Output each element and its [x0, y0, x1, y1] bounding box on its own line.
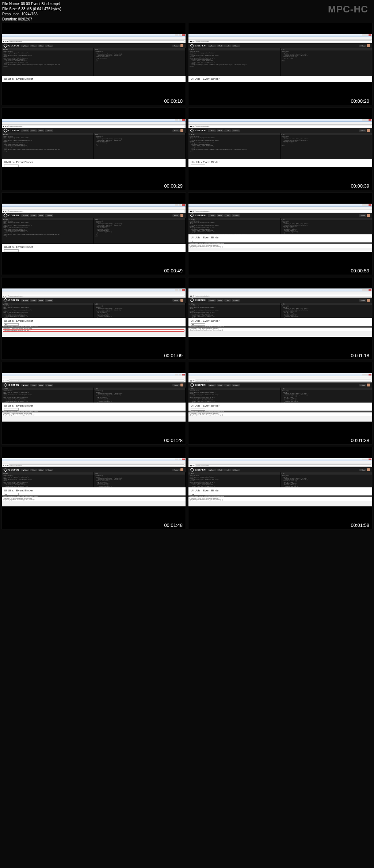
- reload-icon[interactable]: ⟳: [7, 465, 8, 467]
- reload-icon[interactable]: ⟳: [193, 295, 194, 297]
- info-button[interactable]: ℹ Info: [38, 129, 44, 132]
- browser-tabs[interactable]: [188, 376, 372, 379]
- close-button[interactable]: [182, 458, 185, 460]
- video-thumbnail[interactable]: ◀ ▶ ⟳ codepen.io/simpulton/pen/... C DEP…: [1, 107, 186, 190]
- browser-tabs[interactable]: [188, 37, 372, 40]
- fork-button[interactable]: ⑂ Fork: [30, 384, 37, 386]
- share-button[interactable]: ↗ Share: [232, 45, 240, 47]
- back-icon[interactable]: ◀: [3, 210, 4, 212]
- js-code[interactable]: (function(){ angular .module('ui.utils.d…: [94, 220, 186, 244]
- video-thumbnail[interactable]: ◀ ▶ ⟳ codepen.io/simpulton/pen/... C DEP…: [188, 192, 373, 275]
- browser-tabs[interactable]: [2, 37, 186, 40]
- maximize-button[interactable]: [365, 289, 368, 291]
- forward-icon[interactable]: ▶: [5, 125, 6, 127]
- reload-icon[interactable]: ⟳: [7, 125, 8, 127]
- fork-button[interactable]: ⑂ Fork: [217, 299, 224, 302]
- forward-icon[interactable]: ▶: [191, 465, 192, 467]
- html-code[interactable]: <!DOCTYPE html> <html lang="en" ng-app="…: [188, 220, 280, 234]
- follow-button[interactable]: Follow: [172, 384, 180, 386]
- minimize-button[interactable]: [362, 119, 365, 121]
- video-thumbnail[interactable]: ◀ ▶ ⟳ codepen.io/simpulton/pen/... C DEP…: [1, 23, 186, 105]
- minimize-button[interactable]: [362, 458, 365, 460]
- demo-input[interactable]: [191, 323, 205, 326]
- back-icon[interactable]: ◀: [3, 125, 4, 127]
- back-icon[interactable]: ◀: [190, 465, 191, 467]
- back-icon[interactable]: ◀: [190, 380, 191, 382]
- fork-button[interactable]: ⑂ Fork: [30, 129, 37, 132]
- fork-button[interactable]: ⑂ Fork: [30, 469, 37, 471]
- forward-icon[interactable]: ▶: [5, 465, 6, 467]
- forward-icon[interactable]: ▶: [191, 295, 192, 297]
- back-icon[interactable]: ◀: [190, 210, 191, 212]
- close-button[interactable]: [369, 374, 371, 375]
- codepen-logo[interactable]: C DEPEN: [4, 384, 19, 386]
- minimize-button[interactable]: [175, 204, 178, 206]
- minimize-button[interactable]: [175, 289, 178, 291]
- js-code[interactable]: (function(){ angular .module('ui.utils.d…: [94, 135, 186, 159]
- share-button[interactable]: ↗ Share: [45, 214, 53, 217]
- video-thumbnail[interactable]: ◀ ▶ ⟳ codepen.io/simpulton/pen/... C DEP…: [1, 277, 186, 360]
- user-avatar[interactable]: [180, 384, 183, 386]
- maximize-button[interactable]: [179, 458, 182, 460]
- browser-tabs[interactable]: [2, 461, 186, 464]
- close-button[interactable]: [182, 289, 185, 291]
- save-button[interactable]: ☁ Save: [208, 45, 216, 47]
- maximize-button[interactable]: [365, 204, 368, 206]
- back-icon[interactable]: ◀: [190, 41, 191, 42]
- video-thumbnail[interactable]: ◀ ▶ ⟳ codepen.io/simpulton/pen/... C DEP…: [188, 107, 373, 190]
- demo-input[interactable]: [4, 165, 19, 167]
- fork-button[interactable]: ⑂ Fork: [217, 129, 224, 132]
- close-button[interactable]: [369, 119, 371, 121]
- codepen-logo[interactable]: C DEPEN: [4, 214, 19, 217]
- close-button[interactable]: [182, 119, 185, 121]
- js-code[interactable]: (function(){ angular .module('ui.utils.d…: [94, 390, 186, 403]
- back-icon[interactable]: ◀: [3, 41, 4, 42]
- codepen-logo[interactable]: C DEPEN: [191, 44, 206, 47]
- html-code[interactable]: <!DOCTYPE html> <html lang="en" ng-app="…: [188, 50, 280, 76]
- js-code[interactable]: (function(){ angular .module('ui.utils.d…: [280, 135, 372, 159]
- close-button[interactable]: [369, 204, 371, 206]
- fork-button[interactable]: ⑂ Fork: [217, 45, 224, 47]
- maximize-button[interactable]: [179, 204, 182, 206]
- share-button[interactable]: ↗ Share: [45, 469, 53, 471]
- info-button[interactable]: ℹ Info: [224, 45, 231, 47]
- info-button[interactable]: ℹ Info: [224, 384, 231, 386]
- info-button[interactable]: ℹ Info: [38, 45, 44, 47]
- browser-tabs[interactable]: [2, 376, 186, 379]
- js-code[interactable]: (function(){ angular .module('ui.utils.d…: [280, 475, 372, 487]
- minimize-button[interactable]: [175, 119, 178, 121]
- maximize-button[interactable]: [365, 374, 368, 375]
- save-button[interactable]: ☁ Save: [21, 129, 29, 132]
- html-code[interactable]: <!DOCTYPE html> <html lang="en" ng-app="…: [188, 305, 280, 318]
- video-thumbnail[interactable]: ◀ ▶ ⟳ codepen.io/simpulton/pen/... C DEP…: [188, 362, 373, 445]
- close-button[interactable]: [369, 458, 371, 460]
- info-button[interactable]: ℹ Info: [224, 129, 231, 132]
- url-field[interactable]: codepen.io/simpulton/pen/...: [8, 380, 184, 382]
- share-button[interactable]: ↗ Share: [45, 129, 53, 132]
- url-field[interactable]: codepen.io/simpulton/pen/...: [8, 464, 184, 467]
- fork-button[interactable]: ⑂ Fork: [217, 214, 224, 217]
- reload-icon[interactable]: ⟳: [193, 41, 194, 42]
- minimize-button[interactable]: [175, 458, 178, 460]
- forward-icon[interactable]: ▶: [191, 380, 192, 382]
- reload-icon[interactable]: ⟳: [7, 295, 8, 297]
- info-button[interactable]: ℹ Info: [38, 384, 44, 386]
- share-button[interactable]: ↗ Share: [45, 45, 53, 47]
- url-field[interactable]: codepen.io/simpulton/pen/...: [195, 295, 371, 297]
- browser-tabs[interactable]: [2, 291, 186, 294]
- url-field[interactable]: codepen.io/simpulton/pen/...: [8, 40, 184, 42]
- follow-button[interactable]: Follow: [359, 214, 366, 217]
- reload-icon[interactable]: ⟳: [193, 380, 194, 382]
- follow-button[interactable]: Follow: [172, 469, 180, 471]
- url-field[interactable]: codepen.io/simpulton/pen/...: [8, 210, 184, 212]
- close-button[interactable]: [182, 374, 185, 375]
- url-field[interactable]: codepen.io/simpulton/pen/...: [195, 40, 371, 42]
- info-button[interactable]: ℹ Info: [38, 214, 44, 217]
- html-code[interactable]: <!DOCTYPE html> <html lang="en" ng-app="…: [2, 305, 94, 318]
- html-code[interactable]: <!DOCTYPE html> <html lang="en" ng-app="…: [2, 390, 94, 403]
- html-code[interactable]: <!DOCTYPE html> <html lang="en" ng-app="…: [188, 390, 280, 403]
- url-field[interactable]: codepen.io/simpulton/pen/...: [195, 464, 371, 467]
- reload-icon[interactable]: ⟳: [7, 41, 8, 42]
- forward-icon[interactable]: ▶: [5, 210, 6, 212]
- back-icon[interactable]: ◀: [190, 295, 191, 297]
